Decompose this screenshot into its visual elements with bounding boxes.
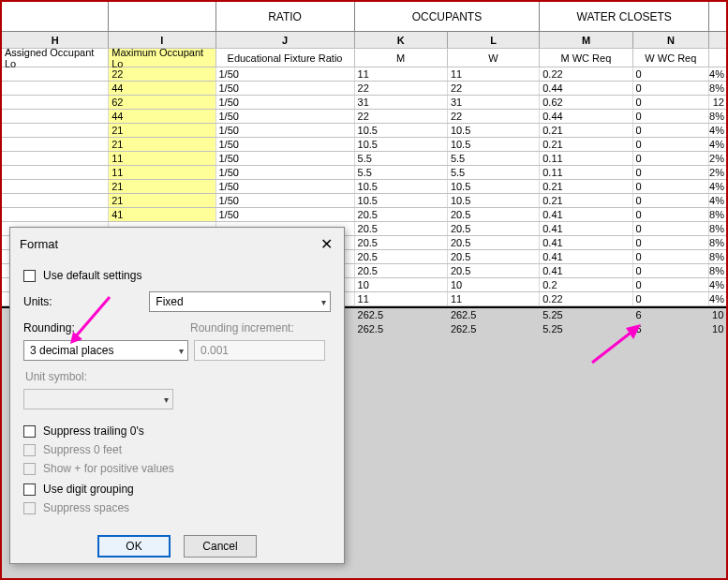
cell[interactable]: 0.21 [540,124,632,137]
use-default-row[interactable]: Use default settings [23,269,331,282]
cell[interactable]: 1/50 [216,124,355,137]
cell[interactable]: 10.5 [355,138,448,151]
cell[interactable]: 20.5 [448,264,540,277]
cell[interactable]: 8% [709,236,728,249]
cell[interactable]: 0 [633,82,709,95]
cell[interactable]: 11 [355,292,448,305]
cell[interactable]: 10.5 [355,124,448,137]
hdr-ratio[interactable]: Educational Fixture Ratio [216,49,355,67]
cell[interactable]: 41 [109,208,215,221]
cell[interactable]: 12 [709,96,728,109]
cell[interactable]: 21 [109,124,215,137]
col-letter-J[interactable]: J [216,32,355,48]
cell[interactable]: 8% [709,82,728,95]
cell[interactable]: 44 [109,82,215,95]
cell[interactable]: 10.5 [355,180,448,193]
cell[interactable]: 0.21 [540,194,632,207]
cell[interactable]: 22 [355,110,448,123]
units-select[interactable]: Fixed ▾ [149,291,331,312]
cell[interactable]: 11 [355,67,448,81]
cell[interactable]: 10 [448,278,540,291]
cell[interactable]: 44 [109,110,215,123]
cell[interactable] [2,67,109,81]
cell[interactable]: 8% [709,264,728,277]
cell[interactable]: 0 [633,166,709,179]
cell[interactable]: 0 [633,110,709,123]
cell[interactable]: 0.41 [540,222,632,235]
cell[interactable]: 0.41 [540,250,632,263]
cell[interactable]: 10.5 [448,180,540,193]
cell[interactable]: 0.44 [540,110,632,123]
col-letter-O[interactable] [709,32,728,48]
cell[interactable]: 0 [633,67,709,81]
cell[interactable]: 10 [355,278,448,291]
col-letter-L[interactable]: L [448,32,540,48]
hdr-L[interactable]: W [448,49,540,67]
cell[interactable]: 4% [709,180,728,193]
cell[interactable] [2,152,109,165]
cell[interactable]: 4% [709,278,728,291]
cell[interactable]: 5.5 [355,152,448,165]
cell[interactable] [2,194,109,207]
cell[interactable]: 0 [633,152,709,165]
cell[interactable]: 22 [109,67,215,81]
cell[interactable]: 1/50 [216,152,355,165]
cell[interactable]: 11 [109,166,215,179]
cell[interactable]: 8% [709,208,728,221]
cell[interactable]: 11 [448,67,540,81]
cell[interactable]: 20.5 [448,250,540,263]
cell[interactable]: 0.22 [540,67,632,81]
cell[interactable]: 4% [709,138,728,151]
cell[interactable]: 0 [633,194,709,207]
cell[interactable]: 22 [448,110,540,123]
cell[interactable]: 0 [633,222,709,235]
cell[interactable]: 8% [709,222,728,235]
cell[interactable]: 20.5 [355,222,448,235]
cancel-button[interactable]: Cancel [184,535,257,558]
cell[interactable]: 0.2 [540,278,632,291]
col-letter-I[interactable]: I [109,32,215,48]
cell[interactable]: 1/50 [216,96,355,109]
rounding-select[interactable]: 3 decimal places ▾ [23,340,188,361]
cell[interactable]: 21 [109,138,215,151]
cell[interactable]: 0.41 [540,208,632,221]
cell[interactable]: 4% [709,194,728,207]
suppress-trailing-row[interactable]: Suppress trailing 0's [23,424,331,438]
cell[interactable]: 0 [633,236,709,249]
cell[interactable]: 0.11 [540,166,632,179]
col-letter-N[interactable]: N [633,32,709,48]
cell[interactable] [2,180,109,193]
hdr-maximum[interactable]: Maximum Occupant Lo [109,49,215,67]
hdr-N[interactable]: W WC Req [633,49,709,67]
cell[interactable]: 1/50 [216,82,355,95]
cell[interactable]: 11 [448,292,540,305]
cell[interactable]: 1/50 [216,138,355,151]
close-button[interactable]: ✕ [316,233,336,254]
cell[interactable]: 5.5 [355,166,448,179]
col-letter-H[interactable]: H [2,32,109,48]
cell[interactable]: 8% [709,250,728,263]
cell[interactable]: 20.5 [448,236,540,249]
hdr-O[interactable] [709,49,728,67]
cell[interactable]: 10.5 [448,194,540,207]
cell[interactable]: 5.5 [448,166,540,179]
cell[interactable]: 62 [109,96,215,109]
ok-button[interactable]: OK [97,535,171,558]
cell[interactable]: 1/50 [216,166,355,179]
cell[interactable] [2,96,109,109]
cell[interactable]: 1/50 [216,67,355,81]
cell[interactable]: 5.5 [448,152,540,165]
cell[interactable]: 0 [633,124,709,137]
cell[interactable]: 1/50 [216,180,355,193]
cell[interactable]: 2% [709,152,728,165]
cell[interactable]: 0 [633,278,709,291]
digit-grouping-row[interactable]: Use digit grouping [23,483,331,496]
cell[interactable]: 20.5 [355,250,448,263]
cell[interactable]: 31 [448,96,540,109]
cell[interactable]: 0 [633,264,709,277]
cell[interactable]: 22 [448,82,540,95]
cell[interactable]: 10.5 [355,194,448,207]
cell[interactable]: 4% [709,124,728,137]
hdr-assigned[interactable]: Assigned Occupant Lo [2,49,109,67]
cell[interactable]: 21 [109,180,215,193]
